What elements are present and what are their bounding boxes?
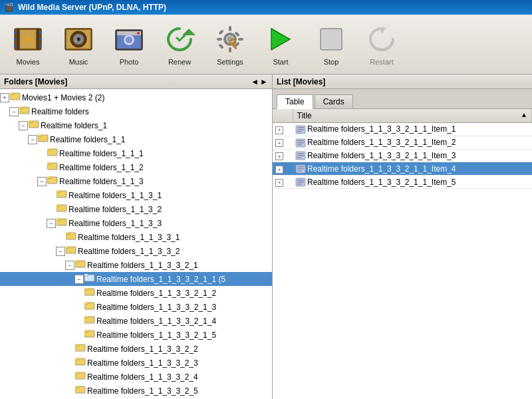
tree-toggle[interactable]: −: [56, 247, 65, 256]
tree-toggle[interactable]: −: [37, 177, 47, 186]
tree-toggle[interactable]: +: [0, 93, 9, 102]
restart-label: Restart: [370, 58, 393, 66]
svg-rect-65: [57, 190, 60, 192]
tree-label: Realtime folders_1_1_3_3_2_2: [87, 343, 198, 355]
movies-button[interactable]: Movies: [4, 19, 52, 70]
tree-item[interactable]: Realtime folders_1_1_2: [0, 160, 272, 174]
row-expand-icon[interactable]: +: [275, 152, 283, 160]
table-row[interactable]: + Realtime folders_1_1_3_3_2_1_1_Item_3: [273, 149, 532, 162]
settings-label: Settings: [217, 58, 243, 66]
tree-item[interactable]: Realtime folders_1_1_3_3_2_1_3: [0, 300, 272, 314]
folder-icon: [10, 91, 21, 104]
tree-toggle[interactable]: −: [19, 121, 28, 130]
tree-item[interactable]: + Movies1 + Movies 2 (2): [0, 90, 272, 104]
tree-container[interactable]: + Movies1 + Movies 2 (2)− Realtime folde…: [0, 89, 272, 399]
restart-button[interactable]: Restart: [358, 19, 406, 70]
settings-button[interactable]: Settings: [206, 19, 254, 70]
tree-item[interactable]: − Realtime folders_1_1_3_3_2: [0, 244, 272, 258]
left-arrow-icon[interactable]: ◄: [251, 77, 259, 86]
row-title-cell: Realtime folders_1_1_3_3_2_1_1_Item_2: [293, 136, 532, 149]
row-expand-icon[interactable]: +: [275, 139, 283, 147]
tree-label: Realtime folders_1_1_3_3_2: [78, 245, 180, 257]
tree-item[interactable]: − Realtime folders_1_1_3_3_2_1_1 (5: [0, 272, 272, 286]
tree-toggle[interactable]: −: [9, 107, 19, 116]
photo-button[interactable]: Photo: [105, 19, 153, 70]
stop-button[interactable]: Stop: [307, 19, 355, 70]
row-title: Realtime folders_1_1_3_3_2_1_1_Item_1: [307, 124, 456, 134]
svg-marker-39: [271, 29, 290, 50]
tree-item[interactable]: Realtime folders_1_1_3_3_2_1_4: [0, 314, 272, 328]
table-row[interactable]: + Realtime folders_1_1_3_3_2_1_1_Item_2: [273, 136, 532, 149]
movies-label: Movies: [17, 58, 40, 66]
row-expand-cell: +: [273, 176, 293, 189]
right-arrow-icon[interactable]: ►: [260, 77, 268, 86]
tree-item[interactable]: Realtime folders_1_1_3_3_2_4: [0, 370, 272, 384]
table-row[interactable]: + Realtime folders_1_1_3_3_2_1_1_Item_1: [273, 123, 532, 136]
svg-rect-47: [19, 106, 23, 108]
file-icon: [295, 151, 307, 161]
tree-toggle: [47, 191, 56, 200]
tree-item[interactable]: − Realtime folders_1_1: [0, 132, 272, 146]
svg-rect-132: [297, 182, 304, 183]
list-content[interactable]: Title ▲ + Realtime folders_1_1_3_3_2_1_1…: [273, 109, 532, 399]
tree-item[interactable]: Realtime folders_1_1_3_3_2_1_5: [0, 328, 272, 342]
tree-item[interactable]: − Realtime folders_1_1_3: [0, 174, 272, 188]
tree-label: Realtime folders_1_1: [50, 134, 125, 146]
renew-icon: [164, 23, 196, 55]
tree-item[interactable]: Realtime folders_1_1_3_3_1: [0, 230, 272, 244]
tree-item[interactable]: − Realtime folders_1_1_3_3: [0, 216, 272, 230]
svg-rect-80: [75, 260, 78, 262]
folder-icon: [29, 119, 39, 132]
tree-item[interactable]: Realtime folders_1_1_3_3_2_3: [0, 356, 272, 370]
tree-toggle: [56, 233, 65, 242]
tree-item[interactable]: Realtime folders_1_1_1: [0, 146, 272, 160]
renew-button[interactable]: Renew: [156, 19, 203, 70]
svg-text:♪: ♪: [74, 36, 78, 43]
svg-rect-107: [75, 386, 78, 388]
tab-cards[interactable]: Cards: [315, 94, 353, 108]
row-expand-icon[interactable]: +: [275, 166, 283, 174]
table-body: + Realtime folders_1_1_3_3_2_1_1_Item_1+…: [273, 123, 532, 189]
tree-toggle[interactable]: −: [28, 135, 37, 144]
svg-rect-92: [84, 316, 88, 318]
tree-item[interactable]: − Realtime folders_1: [0, 118, 272, 132]
folder-icon: [57, 217, 67, 229]
table-row[interactable]: + Realtime folders_1_1_3_3_2_1_1_Item_5: [273, 176, 532, 189]
row-expand-icon[interactable]: +: [275, 126, 283, 134]
svg-rect-74: [66, 232, 69, 234]
tree-item[interactable]: − Realtime folders_1_1_3_3_2_1: [0, 258, 272, 272]
svg-rect-133: [297, 184, 302, 185]
table-row[interactable]: + Realtime folders_1_1_3_3_2_1_1_Item_4: [273, 162, 532, 176]
tree-item[interactable]: Realtime folders_1_1_3_3_2_1_2: [0, 286, 272, 300]
row-cell-content: Realtime folders_1_1_3_3_2_1_1_Item_4: [295, 164, 529, 174]
row-expand-cell: +: [273, 123, 293, 136]
row-expand-cell: +: [273, 149, 293, 162]
right-panel-header: List [Movies]: [273, 74, 532, 89]
start-button[interactable]: Start: [257, 19, 305, 70]
svg-rect-77: [66, 246, 69, 248]
tree-toggle[interactable]: −: [74, 275, 84, 284]
svg-rect-59: [47, 162, 51, 164]
tree-item[interactable]: Realtime folders_1_1_3_3_2_5: [0, 384, 272, 398]
tree-item[interactable]: Realtime folders_1_1_3_2: [0, 202, 272, 216]
tree-label: Realtime folders_1: [41, 120, 107, 132]
folder-icon: [75, 356, 86, 369]
tree-item[interactable]: − Realtime folders: [0, 104, 272, 118]
row-expand-icon[interactable]: +: [275, 179, 283, 187]
tree-toggle[interactable]: −: [47, 219, 56, 228]
music-button[interactable]: ♪ Music: [55, 19, 102, 70]
tree-toggle[interactable]: −: [65, 261, 74, 270]
svg-rect-129: [297, 170, 302, 172]
svg-rect-116: [297, 129, 304, 130]
tree-label: Realtime folders_1_1_3_3_2_1_1 (5: [96, 273, 225, 285]
svg-rect-33: [218, 43, 223, 49]
folder-icon: [84, 273, 95, 285]
tab-table[interactable]: Table: [277, 94, 313, 109]
tree-item[interactable]: Realtime folders_1_1_3_3_2_2: [0, 342, 272, 356]
svg-rect-115: [297, 127, 304, 128]
svg-rect-83: [84, 274, 88, 276]
tree-item[interactable]: Realtime folders_1_1_3_1: [0, 188, 272, 202]
th-title[interactable]: Title ▲: [293, 109, 532, 123]
start-label: Start: [273, 58, 288, 66]
svg-rect-89: [84, 302, 88, 304]
